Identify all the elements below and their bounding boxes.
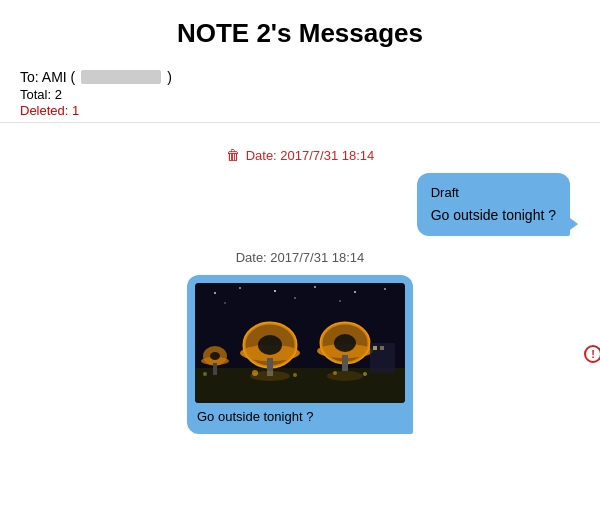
svg-point-14 (258, 335, 282, 355)
recipient-blur (81, 70, 161, 84)
svg-rect-10 (195, 368, 405, 403)
svg-rect-24 (213, 363, 217, 375)
svg-point-23 (210, 352, 220, 360)
svg-point-5 (354, 291, 356, 293)
image-bubble: Go outside tonight ? (187, 275, 413, 434)
deleted-line: Deleted: 1 (20, 103, 580, 118)
svg-point-19 (334, 334, 356, 352)
svg-rect-27 (380, 346, 384, 350)
trash-icon: 🗑 (226, 147, 240, 163)
total-line: Total: 2 (20, 87, 580, 102)
date-separator-2: Date: 2017/7/31 18:14 (20, 250, 580, 265)
page-title: NOTE 2's Messages (0, 0, 600, 61)
recipient-line: To: AMI ( ) (20, 69, 580, 85)
svg-point-34 (327, 371, 363, 381)
draft-message: Go outside tonight ? (431, 205, 556, 226)
svg-point-29 (293, 373, 297, 377)
svg-point-3 (274, 290, 276, 292)
date-label-1: Date: 2017/7/31 18:14 (246, 148, 375, 163)
svg-point-6 (384, 288, 386, 290)
svg-point-32 (203, 372, 207, 376)
svg-point-7 (224, 302, 226, 304)
svg-point-2 (239, 287, 241, 289)
svg-point-1 (214, 292, 216, 294)
svg-point-4 (314, 286, 316, 288)
svg-rect-26 (373, 346, 377, 350)
svg-rect-20 (342, 355, 348, 371)
draft-bubble-row: Draft Go outside tonight ? (20, 173, 580, 236)
messages-area: 🗑 Date: 2017/7/31 18:14 Draft Go outside… (0, 123, 600, 456)
warning-icon: ! (584, 345, 600, 363)
image-bubble-row: Go outside tonight ? ! (20, 275, 580, 434)
draft-label: Draft (431, 183, 556, 203)
svg-point-31 (363, 372, 367, 376)
bubble-image (195, 283, 405, 403)
svg-point-33 (250, 371, 290, 381)
recipient-label: To: AMI ( (20, 69, 75, 85)
recipient-close: ) (167, 69, 172, 85)
svg-point-8 (294, 297, 296, 299)
page-container: NOTE 2's Messages To: AMI ( ) Total: 2 D… (0, 0, 600, 456)
recipient-section: To: AMI ( ) Total: 2 Deleted: 1 (0, 61, 600, 123)
draft-bubble: Draft Go outside tonight ? (417, 173, 570, 236)
date-separator-1: 🗑 Date: 2017/7/31 18:14 (20, 147, 580, 163)
date-label-2: Date: 2017/7/31 18:14 (236, 250, 365, 265)
image-caption: Go outside tonight ? (195, 409, 405, 424)
svg-point-9 (339, 300, 341, 302)
